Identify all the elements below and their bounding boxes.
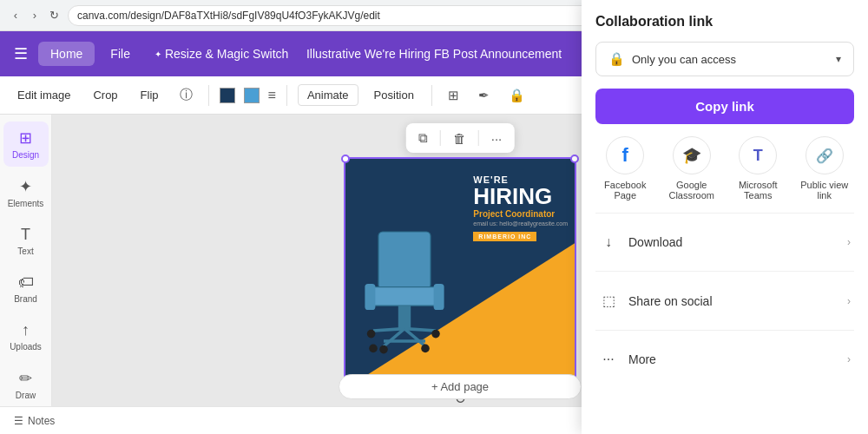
teams-icon-wrap: T bbox=[739, 136, 777, 174]
classroom-icon: 🎓 bbox=[682, 146, 701, 165]
sidebar-item-brand[interactable]: 🏷 Brand bbox=[3, 266, 49, 311]
color-swatch-2[interactable] bbox=[244, 88, 260, 103]
share-social-button[interactable]: ⬚ Share on social › bbox=[595, 284, 854, 318]
classroom-label: Google Classroom bbox=[662, 180, 722, 201]
brand-icon: 🏷 bbox=[18, 273, 34, 292]
hiring-text: HIRING bbox=[473, 185, 568, 207]
divider-2 bbox=[595, 271, 854, 272]
more-dots-icon: ··· bbox=[599, 352, 618, 367]
animate-button[interactable]: Animate bbox=[298, 84, 358, 106]
download-button[interactable]: ↓ Download › bbox=[595, 226, 854, 259]
separator-2 bbox=[286, 85, 287, 106]
facebook-icon: f bbox=[622, 144, 628, 167]
more-label: More bbox=[628, 352, 837, 366]
badge-text: RIMBERIO INC bbox=[473, 232, 536, 241]
canvas-inner: WE'RE HIRING Project Coordinator email u… bbox=[344, 157, 576, 390]
download-chevron-icon: › bbox=[847, 236, 851, 248]
forward-button[interactable]: › bbox=[28, 9, 42, 23]
svg-point-11 bbox=[421, 345, 430, 353]
hamburger-icon[interactable]: ☰ bbox=[10, 41, 31, 67]
teams-icon: T bbox=[753, 147, 763, 165]
sidebar-item-design[interactable]: ⊞ Design bbox=[3, 122, 49, 167]
svg-point-14 bbox=[367, 330, 376, 339]
copy-float-button[interactable]: ⧉ bbox=[415, 128, 431, 148]
info-icon[interactable]: ⓘ bbox=[174, 83, 198, 107]
color-swatch-1[interactable] bbox=[220, 88, 235, 103]
delete-float-button[interactable]: 🗑 bbox=[450, 129, 470, 148]
download-label: Download bbox=[628, 235, 837, 249]
notes-button[interactable]: ☰ Notes bbox=[14, 415, 55, 427]
sidebar-item-uploads[interactable]: ↑ Uploads bbox=[3, 314, 49, 358]
svg-rect-3 bbox=[434, 284, 444, 310]
more-button[interactable]: ··· More › bbox=[595, 343, 854, 376]
copy-link-button[interactable]: Copy link bbox=[595, 115, 854, 124]
draw-icon: ✏ bbox=[19, 369, 32, 388]
back-button[interactable]: ‹ bbox=[9, 9, 23, 23]
classroom-icon-wrap: 🎓 bbox=[673, 136, 711, 174]
sidebar-item-draw[interactable]: ✏ Draw bbox=[3, 362, 49, 406]
sidebar-item-draw-label: Draw bbox=[16, 391, 36, 400]
canvas-design-text: WE'RE HIRING Project Coordinator email u… bbox=[473, 174, 568, 242]
svg-rect-0 bbox=[378, 232, 431, 289]
share-social-label: Share on social bbox=[628, 294, 837, 308]
svg-rect-4 bbox=[398, 306, 411, 328]
more-float-button[interactable]: ··· bbox=[488, 129, 506, 148]
more-chevron-icon: › bbox=[847, 353, 851, 365]
text-icon: T bbox=[21, 226, 30, 244]
home-button[interactable]: Home bbox=[38, 42, 95, 66]
add-page-button[interactable]: + Add page bbox=[339, 374, 582, 399]
app: ☰ Home File Resize & Magic Switch Illust… bbox=[0, 31, 868, 434]
svg-point-10 bbox=[369, 345, 378, 353]
notes-icon: ☰ bbox=[14, 415, 23, 427]
sidebar-item-elements[interactable]: ✦ Elements bbox=[3, 170, 49, 215]
file-button[interactable]: File bbox=[102, 42, 139, 66]
sidebar-item-brand-label: Brand bbox=[14, 294, 37, 304]
refresh-button[interactable]: ↻ bbox=[47, 9, 61, 23]
google-classroom-button[interactable]: 🎓 Google Classroom bbox=[662, 136, 722, 201]
float-toolbar: ⧉ 🗑 ··· bbox=[406, 123, 515, 153]
svg-point-12 bbox=[379, 345, 388, 354]
sidebar-item-uploads-label: Uploads bbox=[10, 342, 42, 352]
share-panel: Collaboration link 🔒 Only you can access… bbox=[582, 115, 868, 406]
float-sep bbox=[440, 130, 441, 146]
facebook-page-button[interactable]: f Facebook Page bbox=[595, 136, 655, 201]
divider-3 bbox=[595, 330, 854, 331]
flip-button[interactable]: Flip bbox=[134, 85, 166, 105]
svg-rect-1 bbox=[372, 287, 438, 306]
separator-3 bbox=[431, 85, 432, 106]
microsoft-teams-button[interactable]: T Microsoft Teams bbox=[728, 136, 788, 201]
sidebar-item-text-label: Text bbox=[17, 247, 33, 256]
sidebar-item-elements-label: Elements bbox=[8, 199, 44, 208]
public-label: Public view link bbox=[795, 180, 855, 201]
svg-line-8 bbox=[373, 329, 404, 331]
public-icon-wrap: 🔗 bbox=[806, 136, 844, 174]
lock-icon[interactable]: 🔒 bbox=[503, 84, 530, 107]
eyedropper-icon[interactable]: ✒ bbox=[473, 84, 495, 107]
facebook-icon-wrap: f bbox=[606, 136, 644, 174]
svg-line-9 bbox=[404, 329, 436, 331]
social-grid: f Facebook Page 🎓 Google Classroom T Mic… bbox=[595, 136, 854, 201]
left-sidebar: ⊞ Design ✦ Elements T Text 🏷 Brand ↑ Upl… bbox=[0, 115, 52, 406]
notes-label: Notes bbox=[28, 415, 55, 427]
coordinator-text: Project Coordinator bbox=[473, 209, 568, 219]
color-more-icon[interactable]: ≡ bbox=[268, 88, 276, 103]
sidebar-item-text[interactable]: T Text bbox=[3, 219, 49, 263]
crop-button[interactable]: Crop bbox=[86, 85, 124, 105]
teams-label: Microsoft Teams bbox=[728, 180, 788, 201]
public-view-link-button[interactable]: 🔗 Public view link bbox=[795, 136, 855, 201]
chair-illustration bbox=[352, 225, 457, 364]
sidebar-item-design-label: Design bbox=[12, 150, 39, 160]
url-text: canva.com/design/DAF8aTXtHi8/sdFgIV89qU4… bbox=[77, 10, 380, 22]
public-link-icon: 🔗 bbox=[816, 148, 833, 164]
checkerboard-icon[interactable]: ⊞ bbox=[443, 84, 464, 107]
position-button[interactable]: Position bbox=[367, 85, 421, 105]
download-icon: ↓ bbox=[599, 234, 618, 250]
edit-image-button[interactable]: Edit image bbox=[10, 85, 77, 105]
separator-1 bbox=[208, 85, 209, 106]
float-sep2 bbox=[478, 130, 479, 146]
design-icon: ⊞ bbox=[19, 128, 32, 148]
resize-magic-switch-button[interactable]: Resize & Magic Switch bbox=[146, 42, 297, 66]
share-social-icon: ⬚ bbox=[599, 293, 618, 309]
browser-controls: ‹ › ↻ bbox=[9, 9, 61, 23]
canvas-frame[interactable]: WE'RE HIRING Project Coordinator email u… bbox=[344, 157, 576, 390]
